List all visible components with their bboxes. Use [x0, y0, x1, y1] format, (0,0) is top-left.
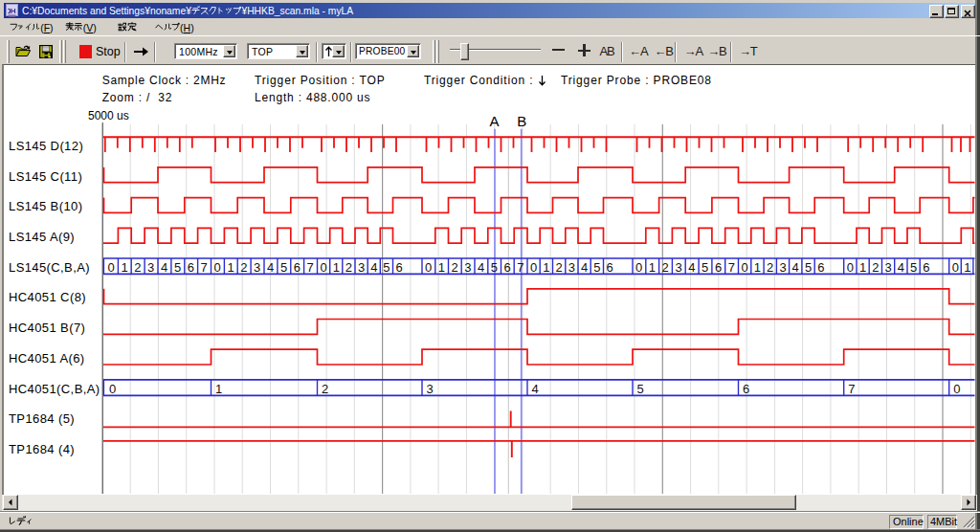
svg-text:7: 7: [517, 260, 523, 275]
svg-text:3: 3: [885, 260, 892, 275]
svg-text:7: 7: [307, 260, 314, 275]
svg-text:1: 1: [215, 382, 222, 396]
svg-text:1: 1: [859, 260, 866, 275]
svg-text:1: 1: [649, 260, 656, 275]
svg-text:4: 4: [267, 260, 274, 275]
svg-text:2: 2: [662, 260, 669, 275]
svg-text:6: 6: [504, 260, 511, 275]
svg-text:0: 0: [214, 260, 221, 275]
svg-text:3: 3: [254, 260, 260, 275]
svg-text:2: 2: [767, 260, 773, 275]
svg-text:1: 1: [543, 260, 549, 275]
svg-text:2: 2: [240, 260, 247, 275]
svg-text:7: 7: [848, 382, 855, 396]
svg-text:2: 2: [134, 260, 141, 275]
svg-text:4: 4: [478, 260, 484, 275]
svg-text:2: 2: [345, 260, 352, 275]
svg-text:6: 6: [188, 260, 194, 275]
svg-text:3: 3: [358, 260, 365, 275]
svg-text:5: 5: [593, 260, 600, 275]
svg-text:6: 6: [817, 260, 824, 275]
svg-text:3: 3: [427, 382, 434, 396]
svg-text:4: 4: [792, 260, 799, 275]
svg-text:4: 4: [161, 260, 167, 275]
svg-text:1: 1: [227, 260, 234, 275]
svg-text:3: 3: [568, 260, 575, 275]
svg-text:5: 5: [702, 260, 708, 275]
svg-text:1: 1: [121, 260, 127, 275]
svg-text:0: 0: [108, 260, 115, 275]
svg-text:6: 6: [923, 260, 929, 275]
svg-text:4: 4: [688, 260, 695, 275]
svg-text:6: 6: [607, 260, 613, 275]
svg-text:6: 6: [743, 382, 749, 396]
svg-text:4: 4: [581, 260, 588, 275]
svg-text:5: 5: [280, 260, 287, 275]
svg-text:4: 4: [532, 382, 539, 396]
svg-text:4: 4: [370, 260, 377, 275]
svg-text:3: 3: [779, 260, 786, 275]
svg-text:3: 3: [675, 260, 681, 275]
svg-text:6: 6: [396, 260, 403, 275]
svg-text:0: 0: [530, 260, 537, 275]
svg-text:5: 5: [910, 260, 917, 275]
svg-text:1: 1: [438, 260, 445, 275]
svg-text:1: 1: [333, 260, 340, 275]
svg-text:6: 6: [715, 260, 722, 275]
svg-text:5: 5: [383, 260, 390, 275]
svg-text:7: 7: [201, 260, 208, 275]
svg-text:2: 2: [872, 260, 879, 275]
svg-text:0: 0: [952, 260, 959, 275]
svg-text:2: 2: [556, 260, 563, 275]
svg-text:1: 1: [964, 260, 970, 275]
svg-text:5: 5: [637, 382, 644, 396]
svg-text:0: 0: [425, 260, 432, 275]
svg-text:2: 2: [452, 260, 458, 275]
svg-text:5: 5: [805, 260, 812, 275]
svg-text:0: 0: [742, 260, 748, 275]
svg-text:5: 5: [491, 260, 498, 275]
svg-text:B: B: [517, 113, 526, 129]
svg-text:7: 7: [728, 260, 735, 275]
svg-text:A: A: [489, 113, 499, 129]
svg-text:2: 2: [322, 382, 328, 396]
svg-text:3: 3: [147, 260, 154, 275]
svg-text:1: 1: [754, 260, 761, 275]
svg-text:0: 0: [109, 382, 116, 396]
svg-text:0: 0: [953, 382, 960, 396]
svg-text:0: 0: [847, 260, 854, 275]
svg-text:0: 0: [321, 260, 327, 275]
svg-text:6: 6: [294, 260, 301, 275]
svg-text:0: 0: [635, 260, 642, 275]
svg-text:5: 5: [174, 260, 181, 275]
svg-text:3: 3: [464, 260, 471, 275]
svg-text:4: 4: [898, 260, 904, 275]
